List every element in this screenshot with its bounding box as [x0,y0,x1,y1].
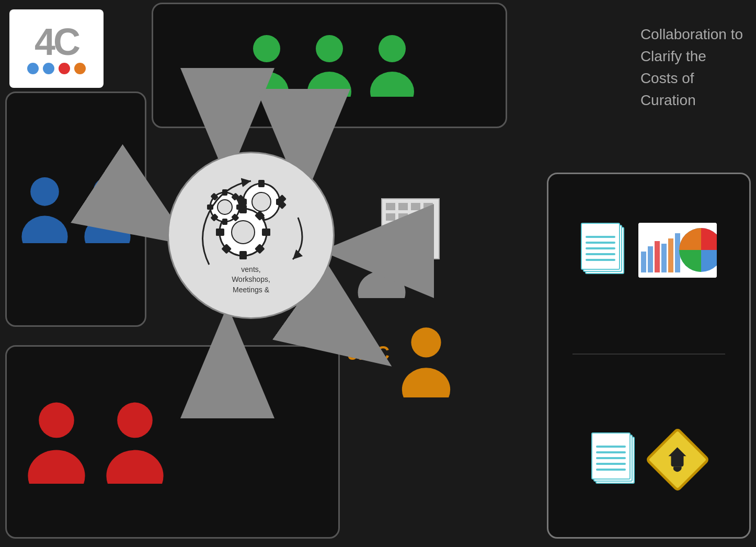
svg-point-1 [245,72,289,97]
svg-rect-60 [423,203,433,210]
logo-dot-blue2 [43,63,54,74]
svg-rect-72 [423,234,433,242]
svg-rect-18 [661,244,667,272]
center-circle: vents, Workshops, Meetings & [167,152,335,319]
svg-rect-50 [236,204,243,210]
gray-person-institution [353,230,410,298]
svg-rect-58 [398,203,408,210]
svg-rect-57 [386,203,395,210]
title-line1: Collaboration to [640,24,743,45]
svg-point-5 [370,72,414,97]
orange-person-svg [397,324,455,397]
red-person-1 [22,400,90,484]
svg-rect-63 [411,213,420,221]
gears-svg-container [193,176,308,270]
svg-rect-19 [668,238,673,272]
title-text: Collaboration to Clarify the Costs of Cu… [640,24,743,111]
green-person-2 [303,34,356,97]
svg-rect-16 [648,246,653,272]
road-sign-arrow-svg [663,445,692,473]
logo-4c-text: 4C [35,23,78,61]
svg-point-76 [411,327,441,357]
svg-rect-67 [411,224,420,231]
svg-rect-24 [258,180,265,187]
svg-point-4 [379,35,406,62]
svg-point-8 [93,177,122,206]
svg-point-74 [367,231,396,260]
svg-rect-40 [263,229,270,236]
svg-point-33 [232,221,255,244]
svg-point-7 [21,216,67,243]
svg-point-9 [84,216,130,243]
svg-point-3 [307,72,351,97]
right-outputs-box [547,173,751,539]
svg-point-12 [117,403,153,438]
svg-point-10 [39,403,74,438]
road-sign [649,431,706,488]
title-line3: Costs of [640,67,743,89]
svg-point-75 [358,271,406,298]
separator-1 [572,354,725,355]
doc-stack-bottom [591,432,638,487]
svg-point-2 [316,35,343,62]
svg-point-77 [402,368,450,397]
output-row-top [581,223,717,278]
bar-chart-svg [638,223,717,278]
svg-point-23 [252,192,271,211]
svg-rect-71 [411,234,420,242]
svg-rect-44 [216,229,223,236]
title-line2: Clarify the [640,45,743,67]
logo-dots [27,63,86,74]
svg-rect-49 [222,219,227,225]
svg-rect-61 [386,213,395,221]
gears-svg [193,176,308,267]
blue-person-2 [80,175,135,243]
svg-point-6 [30,177,59,206]
red-person-2 [101,400,169,484]
svg-rect-68 [423,224,433,231]
svg-point-11 [28,450,85,484]
svg-point-47 [217,200,232,214]
svg-point-0 [253,35,280,62]
svg-rect-17 [655,241,660,272]
circle-center-text: vents, Workshops, Meetings & [232,265,270,295]
top-center-box [152,3,507,128]
orange-person-area [397,324,455,400]
svg-rect-59 [411,203,420,210]
bottom-left-box [5,345,340,539]
logo-dot-orange [74,63,86,74]
output-row-bottom [591,431,706,488]
svg-rect-64 [423,213,433,221]
svg-rect-15 [641,252,646,272]
title-line4: Curation [640,89,743,111]
green-person-3 [366,34,418,97]
logo-dot-red [59,63,70,74]
left-blue-box [5,92,146,327]
logo-dot-blue1 [27,63,39,74]
svg-rect-42 [239,252,247,259]
svg-rect-62 [398,213,408,221]
svg-point-13 [106,450,163,484]
green-person-1 [240,34,293,97]
chart-image [638,223,717,278]
logo-box: 4C [9,9,104,88]
doc-stack-top [581,223,628,278]
blue-person-1 [17,175,72,243]
jisc-label: JISC [348,343,390,364]
